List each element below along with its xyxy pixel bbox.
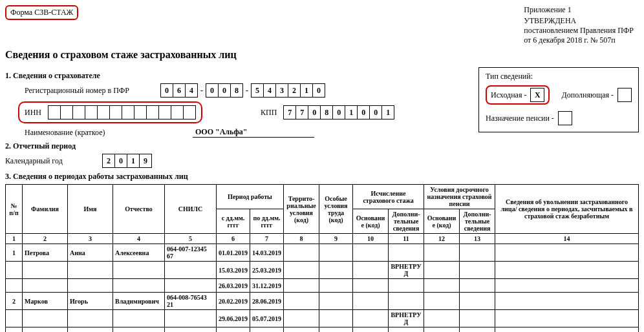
th-from: с дд.мм. гггг (217, 209, 250, 234)
periods-table: № п/п Фамилия Имя Отчество СНИЛС Период … (5, 184, 639, 332)
table-cell (319, 327, 353, 333)
th-name: Имя (68, 185, 113, 234)
table-cell: 15.03.2019 (217, 262, 250, 279)
type-initial-highlight: Исходная - X (486, 85, 550, 105)
th-extra1: Дополни- тельные сведения (389, 209, 424, 234)
type-suppl-label: Дополняющая - (562, 90, 614, 100)
kpp-cells: 770801001 (283, 105, 394, 119)
table-cell: 25.03.2019 (250, 262, 284, 279)
th-stazh: Исчисление страхового стажа (353, 185, 424, 209)
inn-highlight: ИНН (18, 101, 202, 123)
table-cell: Владимирович (113, 293, 165, 310)
table-cell (284, 279, 319, 293)
table-body: 1ПетроваАннаАлексеевна064-007-12345 6701… (6, 244, 639, 333)
table-cell: 05.07.2019 (250, 310, 284, 327)
digit-cell (146, 105, 159, 119)
digit-cell: 0 (312, 83, 325, 98)
inn-row: ИНН КПП 770801001 (18, 101, 478, 123)
colnum: 12 (424, 234, 460, 244)
table-cell (389, 279, 424, 293)
table-cell (353, 279, 389, 293)
type-suppl-check[interactable] (617, 88, 632, 102)
table-cell: Алексеевна (113, 244, 165, 262)
table-cell (284, 244, 319, 262)
table-cell (353, 310, 389, 327)
digit-cell: 0 (332, 105, 345, 119)
table-cell (23, 327, 68, 333)
digit-cell: 7 (295, 105, 308, 119)
table-cell (319, 279, 353, 293)
digit-cell: 0 (357, 105, 370, 119)
section2-head: 2. Отчетный период (5, 141, 639, 151)
table-cell (319, 293, 353, 310)
digit-cell: 2 (288, 83, 301, 98)
th-terr: Террито- риальные условия (код) (284, 185, 319, 234)
digit-cell: 1 (345, 105, 358, 119)
colnum: 1 (6, 234, 23, 244)
table-cell: 11.10.2019 (250, 327, 284, 333)
table-cell (424, 327, 460, 333)
table-cell (495, 244, 639, 262)
digit-cell: 1 (127, 154, 140, 168)
table-cell: Игорь (68, 293, 113, 310)
digit-cell (72, 105, 85, 119)
colnum: 6 (217, 234, 250, 244)
table-row: 1ПетроваАннаАлексеевна064-007-12345 6701… (6, 244, 639, 262)
company-name: ООО "Альфа" (193, 127, 314, 138)
table-cell (424, 293, 460, 310)
table-cell (23, 310, 68, 327)
colnum: 8 (284, 234, 319, 244)
colnum: 5 (165, 234, 217, 244)
table-cell (424, 262, 460, 279)
table-row: 26.03.201931.12.2019 (6, 279, 639, 293)
table-cell (113, 327, 165, 333)
digit-cell (158, 105, 171, 119)
table-cell (353, 293, 389, 310)
reg-label: Регистрационный номер в ПФР (25, 86, 154, 96)
table-cell (165, 327, 217, 333)
table-cell (319, 244, 353, 262)
colnum: 3 (68, 234, 113, 244)
appendix-line3: постановлением Правления ПФР (524, 26, 634, 36)
digit-cell: 3 (275, 83, 288, 98)
table-cell (319, 310, 353, 327)
page-title: Сведения о страховом стаже застрахованны… (5, 49, 639, 61)
digit-cell (85, 105, 98, 119)
table-cell (353, 262, 389, 279)
th-period: Период работы (217, 185, 284, 209)
table-cell (389, 244, 424, 262)
digit-cell: 7 (283, 105, 296, 119)
inn-cells (48, 105, 196, 119)
type-box-head: Тип сведений: (486, 72, 632, 81)
table-cell (495, 262, 639, 279)
type-pension-label: Назначение пенсии - (486, 114, 554, 123)
table-cell: 1 (6, 244, 23, 262)
type-pension-check[interactable] (558, 111, 572, 125)
digit-cell (109, 105, 122, 119)
appendix-block: Приложение 1 УТВЕРЖДЕНА постановлением П… (524, 5, 634, 45)
table-cell: ВРНЕТРУД (389, 310, 424, 327)
table-cell (6, 262, 23, 279)
table-cell (495, 310, 639, 327)
table-cell (6, 327, 23, 333)
th-fam: Фамилия (23, 185, 68, 234)
table-cell (284, 293, 319, 310)
colnum: 10 (353, 234, 389, 244)
digit-cell: 4 (185, 83, 198, 98)
table-row: 2МарковИгорьВладимирович064-008-76543 21… (6, 293, 639, 310)
table-cell (389, 293, 424, 310)
th-early: Условия досрочного назначения страховой … (424, 185, 495, 209)
digit-cell: 1 (300, 83, 313, 98)
type-initial-check[interactable]: X (530, 88, 544, 102)
table-cell (460, 293, 495, 310)
table-cell (495, 327, 639, 333)
table-cell (165, 310, 217, 327)
digit-cell (171, 105, 184, 119)
th-base2: Основание (код) (424, 209, 460, 234)
section3-head: 3. Сведения о периодах работы застрахова… (5, 172, 639, 182)
colnum: 11 (389, 234, 424, 244)
top-row: Форма СЗВ-СТАЖ Приложение 1 УТВЕРЖДЕНА п… (5, 5, 639, 45)
colnum: 14 (495, 234, 639, 244)
digit-cell: 0 (206, 83, 219, 98)
kpp-label: КПП (261, 108, 277, 118)
